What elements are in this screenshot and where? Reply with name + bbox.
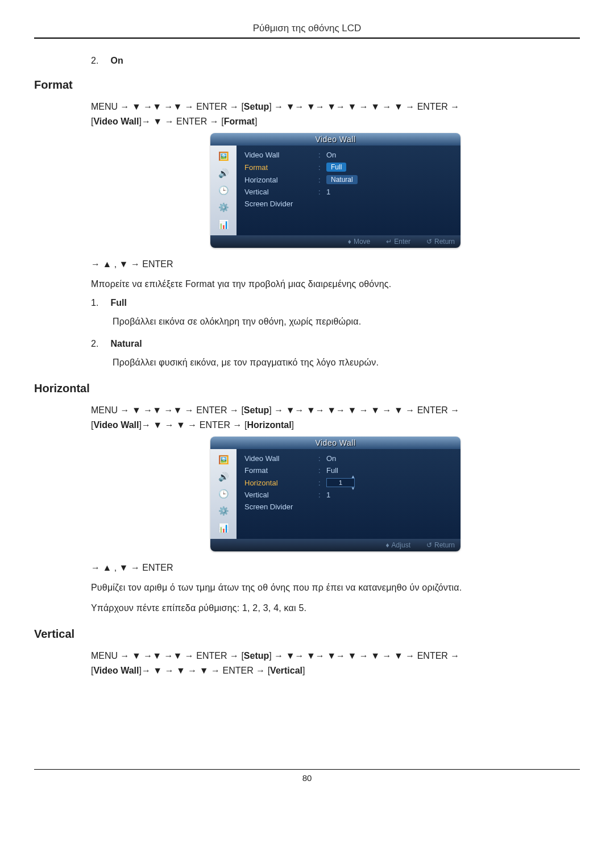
page-number: 80	[302, 773, 312, 783]
nav-setup: Setup	[244, 102, 269, 111]
list-item-on: 2. On	[91, 56, 580, 66]
osd-label: Screen Divider	[244, 502, 318, 511]
osd-icon-rail: 🖼️ 🔊 🕒 ⚙️ 📊	[210, 449, 237, 539]
list-label-on: On	[110, 56, 123, 65]
osd-row-vertical: Vertical : 1	[244, 489, 455, 501]
sub-nav-format: → ▲ , ▼ → ENTER	[91, 259, 580, 269]
format-description: Μπορείτε να επιλέξετε Format για την προ…	[91, 277, 580, 291]
osd-pill-natural: Natural	[326, 175, 358, 184]
colon-icon: :	[318, 176, 326, 184]
osd-screenshot-format: Video Wall 🖼️ 🔊 🕒 ⚙️ 📊 Video Wall : On	[91, 133, 580, 248]
sound-icon: 🔊	[214, 470, 233, 484]
osd-row-format: Format : Full	[244, 464, 455, 476]
colon-icon: :	[318, 163, 326, 172]
osd-screenshot-horizontal: Video Wall 🖼️ 🔊 🕒 ⚙️ 📊 Video Wall : On	[91, 437, 580, 551]
osd-number-spinner: ▲▼	[326, 478, 355, 487]
nav-text: ]→ ▼ → ENTER → [	[139, 117, 223, 126]
chevron-up-icon: ▲	[351, 474, 355, 479]
nav-text: ] → ▼→ ▼→ ▼→ ▼ → ▼ → ▼ → ENTER →	[269, 102, 459, 111]
nav-text: MENU → ▼ →▼ →▼ → ENTER → [	[91, 102, 244, 111]
osd-row-horizontal: Horizontal : ▲▼	[244, 476, 455, 489]
colon-icon: :	[318, 151, 326, 159]
heading-vertical: Vertical	[34, 628, 580, 641]
heading-format: Format	[34, 78, 580, 92]
sub-nav-horizontal: → ▲ , ▼ → ENTER	[91, 563, 580, 573]
osd-title: Video Wall	[210, 437, 460, 449]
clock-icon: 🕒	[214, 183, 233, 198]
nav-sequence-vertical: MENU → ▼ →▼ →▼ → ENTER → [Setup] → ▼→ ▼→…	[91, 649, 580, 678]
osd-row-vertical: Vertical : 1	[244, 186, 455, 198]
page-header: Ρύθμιση της οθόνης LCD	[34, 23, 580, 39]
heading-horizontal: Horizontal	[34, 382, 580, 395]
nav-setup: Setup	[244, 405, 269, 415]
osd-label: Format	[244, 163, 318, 172]
nav-vertical: Vertical	[270, 666, 302, 675]
colon-icon: :	[318, 454, 326, 463]
horizontal-levels: Υπάρχουν πέντε επίπεδα ρύθμισης: 1, 2, 3…	[91, 601, 580, 615]
osd-value: On	[326, 151, 336, 159]
osd-row-horizontal: Horizontal : Natural	[244, 173, 455, 186]
list-item-full: 1. Full	[91, 298, 580, 308]
full-description: Προβάλλει εικόνα σε ολόκληρη την οθόνη, …	[113, 315, 580, 329]
osd-value: 1	[326, 491, 330, 499]
osd-value: Full	[326, 466, 338, 475]
nav-text: MENU → ▼ →▼ →▼ → ENTER → [	[91, 405, 244, 415]
osd-menu: Video Wall : On Format : Full Horizontal…	[237, 146, 460, 235]
horizontal-description: Ρυθμίζει τον αριθμ ό των τμημ άτων της ο…	[91, 581, 580, 595]
nav-format: Format	[224, 117, 255, 126]
nav-horizontal: Horizontal	[247, 420, 291, 430]
nav-text: ]→ ▼ → ▼ → ENTER → [	[139, 420, 247, 430]
osd-label: Screen Divider	[244, 200, 318, 208]
osd-label: Video Wall	[244, 151, 318, 159]
list-number: 1.	[91, 298, 108, 308]
osd-label: Format	[244, 466, 318, 475]
osd-row-format: Format : Full	[244, 161, 455, 173]
osd-value: 1	[326, 188, 330, 196]
osd-row-videowall: Video Wall : On	[244, 149, 455, 161]
osd-label: Vertical	[244, 188, 318, 196]
osd-row-videowall: Video Wall : On	[244, 452, 455, 464]
osd-footer-move: ♦ Move	[348, 238, 370, 246]
nav-text: ]→ ▼ → ▼ → ▼ → ENTER → [	[139, 666, 270, 675]
nav-setup: Setup	[244, 651, 269, 661]
osd-footer-enter: ↵ Enter	[386, 238, 410, 246]
colon-icon: :	[318, 479, 326, 487]
osd-footer: ♦ Adjust ↺ Return	[210, 539, 460, 551]
osd-footer-adjust: ♦ Adjust	[385, 541, 410, 549]
osd-label: Vertical	[244, 491, 318, 499]
picture-icon: 🖼️	[214, 452, 233, 467]
chevron-down-icon: ▼	[351, 486, 355, 491]
nav-videowall: Video Wall	[93, 666, 139, 675]
osd-footer-return: ↺ Return	[426, 541, 455, 549]
osd-row-divider: Screen Divider	[244, 501, 455, 513]
osd-label: Horizontal	[244, 479, 318, 487]
list-item-natural: 2. Natural	[91, 339, 580, 349]
nav-sequence-format: MENU → ▼ →▼ →▼ → ENTER → [Setup] → ▼→ ▼→…	[91, 99, 580, 128]
list-label-full: Full	[110, 298, 126, 308]
osd-label: Video Wall	[244, 454, 318, 463]
clock-icon: 🕒	[214, 487, 233, 501]
osd-footer-return: ↺ Return	[426, 238, 455, 246]
colon-icon: :	[318, 188, 326, 196]
colon-icon: :	[318, 466, 326, 475]
sound-icon: 🔊	[214, 166, 233, 181]
osd-value: On	[326, 454, 336, 463]
gear-icon: ⚙️	[214, 504, 233, 518]
nav-text: ]	[255, 117, 257, 126]
list-label-natural: Natural	[110, 339, 142, 348]
nav-text: ] → ▼→ ▼→ ▼→ ▼ → ▼ → ▼ → ENTER →	[269, 651, 459, 661]
nav-text: ] → ▼→ ▼→ ▼→ ▼ → ▼ → ▼ → ENTER →	[269, 405, 459, 415]
list-number: 2.	[91, 339, 108, 349]
osd-title: Video Wall	[210, 133, 460, 146]
osd-menu: Video Wall : On Format : Full Horizontal…	[237, 449, 460, 539]
nav-text: MENU → ▼ →▼ →▼ → ENTER → [	[91, 651, 244, 661]
picture-icon: 🖼️	[214, 149, 233, 164]
osd-pill-full: Full	[326, 163, 346, 172]
chart-icon: 📊	[214, 521, 233, 535]
nav-sequence-horizontal: MENU → ▼ →▼ →▼ → ENTER → [Setup] → ▼→ ▼→…	[91, 403, 580, 432]
osd-label: Horizontal	[244, 176, 318, 184]
nav-videowall: Video Wall	[93, 420, 139, 430]
nav-videowall: Video Wall	[93, 117, 139, 126]
osd-icon-rail: 🖼️ 🔊 🕒 ⚙️ 📊	[210, 146, 237, 235]
osd-footer: ♦ Move ↵ Enter ↺ Return	[210, 235, 460, 248]
